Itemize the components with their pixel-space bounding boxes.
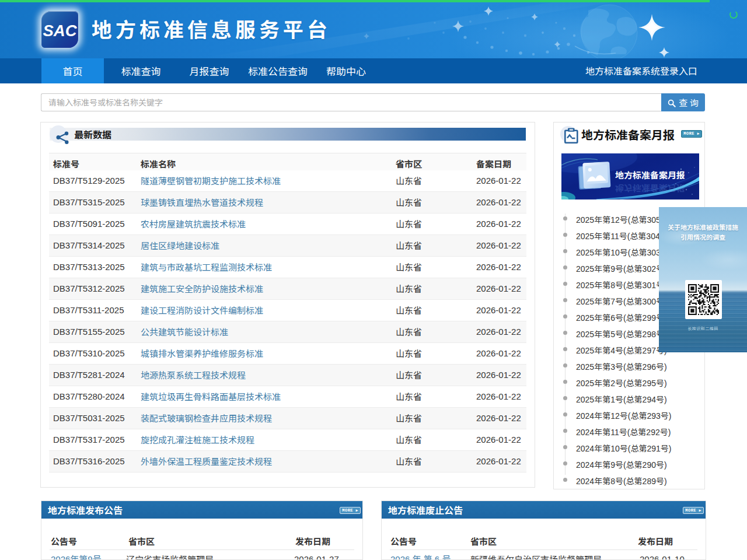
- svg-text:SAC: SAC: [43, 22, 78, 40]
- svg-text:地方标准备案月报: 地方标准备案月报: [615, 169, 685, 181]
- svg-text:地方标准备案月报: 地方标准备案月报: [615, 183, 685, 195]
